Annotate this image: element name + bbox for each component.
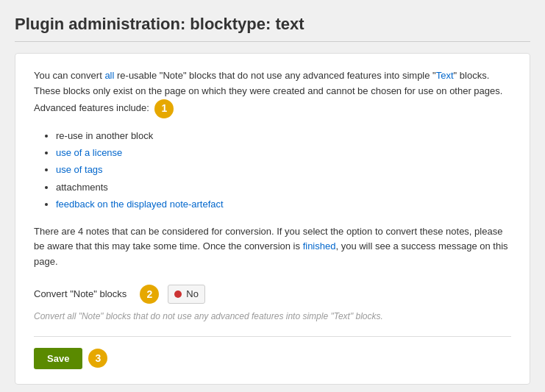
save-row: Save 3 [34, 348, 511, 369]
list-item: use of tags [56, 161, 511, 178]
feature-label: re-use in another block [56, 130, 153, 141]
features-list: re-use in another block use of a license… [56, 127, 511, 213]
page-title: Plugin administration: blocktype: text [15, 15, 530, 42]
list-item: use of a license [56, 144, 511, 161]
form-help-text: Convert all "Note" blocks that do not us… [34, 311, 511, 321]
description-text: You can convert all re-usable "Note" blo… [34, 68, 511, 118]
list-item: feedback on the displayed note-artefact [56, 196, 511, 213]
feature-label: attachments [56, 182, 108, 193]
badge-3: 3 [88, 349, 107, 368]
feature-link[interactable]: use of a license [56, 147, 122, 158]
convert-form-row: Convert "Note" blocks 2 No [34, 285, 511, 304]
badge-2: 2 [140, 285, 159, 304]
toggle-dot [174, 291, 182, 298]
finished-link[interactable]: finished [303, 240, 336, 252]
list-item: re-use in another block [56, 127, 511, 144]
all-link[interactable]: all [104, 70, 114, 81]
divider [34, 336, 511, 337]
notes-info: There are 4 notes that can be considered… [34, 224, 511, 270]
list-item: attachments [56, 179, 511, 196]
feature-link[interactable]: use of tags [56, 164, 103, 175]
badge-1: 1 [154, 99, 174, 118]
toggle-widget[interactable]: No [168, 285, 205, 304]
form-label: Convert "Note" blocks [34, 288, 127, 299]
main-card: You can convert all re-usable "Note" blo… [15, 53, 530, 385]
save-button[interactable]: Save [34, 348, 82, 369]
toggle-label: No [186, 288, 199, 299]
feature-link[interactable]: feedback on the displayed note-artefact [56, 199, 224, 210]
